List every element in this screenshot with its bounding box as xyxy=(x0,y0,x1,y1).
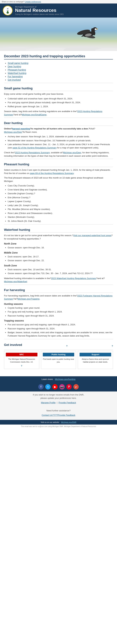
toc-item: Get involved xyxy=(8,78,113,81)
toc-item: Small game hunting xyxy=(8,62,113,64)
deer-title: Deer hunting xyxy=(4,122,113,126)
gi-card-nrc-body: The Michigan Natural Resources Commissio… xyxy=(6,358,38,363)
list-item: Crow Island (Bay and Saginaw counties). xyxy=(8,188,113,192)
need-help-text: Need further assistance? xyxy=(2,409,115,412)
deer-mgov-link[interactable]: Michigan.gov/Deer xyxy=(63,151,81,154)
deer-harvest-reporting-link[interactable]: harvest reporting xyxy=(12,128,30,130)
waterfowl-title: Waterfowl hunting xyxy=(4,228,113,232)
deer-check-text: Check the?2023 Hunting Regulations Summa… xyxy=(4,151,113,158)
dnr-logo: MI DNR xyxy=(3,6,13,16)
toc-link-waterfowl[interactable]: Waterfowl hunting xyxy=(8,72,26,74)
list-item: Cass City (Tuscola County). xyxy=(8,184,113,188)
footer-social: f t ▶ 📷 P g+ xyxy=(0,382,117,392)
waterfowl-intro: It's not too late to get out for some gr… xyxy=(4,234,113,240)
trapping-seasons-title: Trapping seasons xyxy=(4,319,113,322)
learn-more-link[interactable]: Michigan.gov/hunting xyxy=(55,378,76,380)
contact-link[interactable]: Contact Us??/??Provide Feedback xyxy=(42,414,76,416)
divider xyxy=(4,159,113,159)
list-item: Archery deer season: Now through Jan. 1,… xyxy=(8,135,113,138)
list-item: Fox and raccoon (gray and red) trapping:… xyxy=(8,323,113,326)
small-game-intro: Enjoy some winter small game hunting wit… xyxy=(4,92,113,96)
svg-text:MI: MI xyxy=(7,8,8,10)
pinterest-icon[interactable]: P xyxy=(66,384,72,390)
divider xyxy=(4,284,113,285)
get-involved-title: Get involved xyxy=(4,343,22,348)
divider xyxy=(4,224,113,224)
south-zone-title: South Zone xyxy=(4,264,113,267)
list-item: Stanton (Montcalm County). xyxy=(8,216,113,219)
youtube-icon[interactable]: ▶ xyxy=(52,384,58,390)
gi-question2: ? xyxy=(112,345,113,347)
deer-web-link[interactable]: Michigan.gov/Deer xyxy=(4,131,22,133)
list-item: Duck seasons: open Dec. 16-17. xyxy=(8,255,113,258)
list-item: Fox and gray squirrel (black phase inclu… xyxy=(8,101,113,104)
gi-card-nrc: NRC The Michigan Natural Resources Commi… xyxy=(4,351,39,369)
gi-question1: ? xyxy=(66,345,68,347)
visit-text: Visit us on our website: xyxy=(40,421,60,423)
gi-card-support-title: Support xyxy=(80,353,111,356)
toc-link-small-game[interactable]: Small game hunting xyxy=(8,62,28,64)
footer-unsub: If you wish to no longer receive emails … xyxy=(0,392,117,407)
waterfowl-web-link[interactable]: Michigan.gov/Waterfowl xyxy=(4,280,27,283)
googleplus-icon[interactable]: g+ xyxy=(74,384,79,390)
footer-bottom: Visit us on our website: Michigan.gov/DN… xyxy=(0,420,117,424)
get-involved-section: Get involved ? ? NRC The Michigan Natura… xyxy=(4,343,113,369)
instagram-icon[interactable]: 📷 xyxy=(59,384,65,390)
hunting-seasons-list: Coyote hunting: open year-round. Fox (gr… xyxy=(4,306,113,318)
facebook-icon[interactable]: f xyxy=(38,384,44,390)
list-item: Erie (Monroe County).? xyxy=(8,196,113,199)
footer-tiny-text: This email was sent to xx@xxx.com using … xyxy=(0,424,117,428)
deer-page52-link[interactable]: page 52 of the Hunting Regulations Summa… xyxy=(12,146,56,149)
small-game-summary-link[interactable]: 2023 Hunting Regulations Summary xyxy=(4,110,102,116)
gi-card-support-body: Adopt-a-Game-Area and sponsor habitat pr… xyxy=(80,358,111,363)
toc-link-deer[interactable]: Deer hunting xyxy=(8,65,21,68)
gi-card-public-body: Find lands open to public hunting near y… xyxy=(43,358,74,363)
divider xyxy=(4,118,113,118)
hunting-seasons-title: Hunting seasons xyxy=(4,303,113,305)
deer-list: Archery deer season: Now through Jan. 1,… xyxy=(4,135,113,149)
manage-profile-link[interactable]: Manage Profile xyxy=(41,401,56,404)
small-game-title: Small game hunting xyxy=(4,87,113,91)
waterfowl-summary-link[interactable]: 2023 Waterfowl Hunting Regulations Summa… xyxy=(51,277,96,280)
divider xyxy=(4,350,113,350)
footer-help: Need further assistance? Contact Us??/??… xyxy=(0,407,117,420)
small-game-footer: Season dates, bag limits and online hunt… xyxy=(4,110,113,116)
share-label: Share or view as webpage? xyxy=(2,1,24,3)
toc-link-involved[interactable]: Get involved xyxy=(8,78,21,81)
manage-profile-text: Manage Profile | Provide Feedback xyxy=(2,401,115,404)
pheasant-intro: Select counties in Zone 3 are open to ph… xyxy=(4,168,113,175)
list-item: Goose season: open through Dec.?10, Dec.… xyxy=(8,272,113,275)
toc-item: Deer hunting xyxy=(8,65,113,68)
deer-summary-link[interactable]: 2023 Hunting Regulations Summary xyxy=(15,151,50,154)
list-item: Raccoon trapping: open through March 31,… xyxy=(8,327,113,330)
fur-web-link[interactable]: Michigan.gov/Trapping xyxy=(18,298,40,300)
list-item: St. Johns Marsh (St. Clair County). xyxy=(8,220,113,223)
list-item: Pte. Mouillee (Monroe and Wayne counties… xyxy=(8,208,113,211)
site-title: Natural Resources xyxy=(15,8,64,13)
waterfowl-hunt-areas-link[interactable]: Visit our managed waterfowl hunt areas xyxy=(73,234,111,237)
list-item: Rose Lake (Clinton and Shiawassee counti… xyxy=(8,212,113,215)
contact-text: Contact Us??/??Provide Feedback xyxy=(2,414,115,417)
deer-reporting: Online?harvest reporting?is required for… xyxy=(4,127,113,134)
dept-label: Michigan Department of xyxy=(15,6,64,8)
visit-link[interactable]: Michigan.gov/DNR xyxy=(61,421,76,423)
site-subtitle: Caring for Michigan's outdoor places and… xyxy=(15,13,64,15)
site-header: MI DNR Michigan Department of Natural Re… xyxy=(0,4,117,18)
toc-item: Waterfowl hunting xyxy=(8,72,113,74)
feedback-link[interactable]: Provide Feedback xyxy=(58,401,76,404)
toc-item: Pheasant hunting xyxy=(8,68,113,71)
toc-link-fur[interactable]: Fur harvesting xyxy=(8,75,22,78)
twitter-icon[interactable]: t xyxy=(45,384,51,390)
update-preferences-link[interactable]: Update preferences xyxy=(25,1,41,3)
toc-link-pheasant[interactable]: Pheasant hunting xyxy=(8,68,26,71)
small-game-web-link[interactable]: Michigan.gov/SmallGame xyxy=(22,114,46,116)
learn-more-label: Learn more: xyxy=(42,378,53,380)
divider xyxy=(4,83,113,83)
main-content: December 2023 hunting and trapping oppor… xyxy=(0,51,117,374)
north-zone-list: Goose season: open through Dec. 16. xyxy=(4,246,113,249)
list-item: Goose season: open through Dec. 22. xyxy=(8,259,113,262)
gi-card-nrc-title: NRC xyxy=(6,353,38,356)
south-zone-list: Duck seasons: open Dec. 10 and Dec. 30-3… xyxy=(4,268,113,275)
gi-card-public-title: Public hunting xyxy=(43,353,74,356)
pheasant-page-link[interactable]: page 69 of the Hunting Regulations Summa… xyxy=(30,172,74,174)
